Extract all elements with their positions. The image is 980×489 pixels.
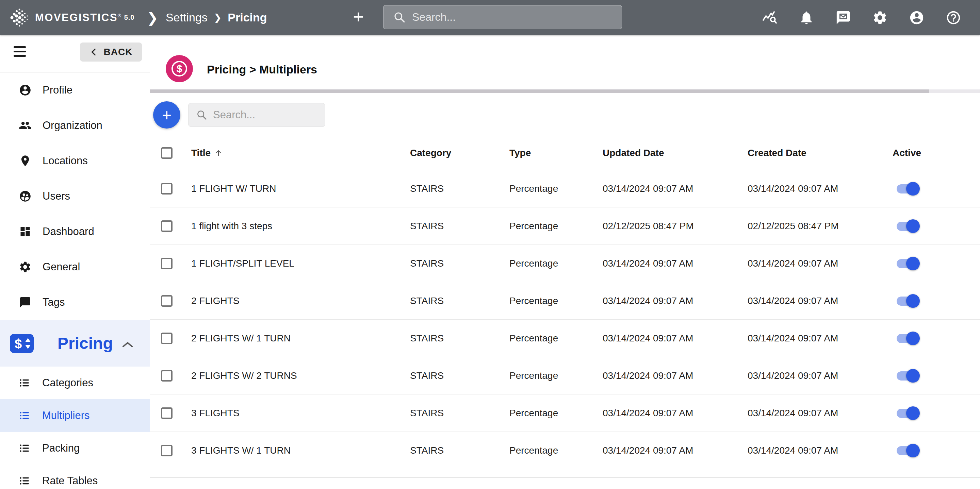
table-search-input[interactable]	[213, 109, 315, 121]
cell-category: STAIRS	[410, 258, 509, 269]
table-row[interactable]: 1 FLIGHT/SPLIT LEVEL STAIRS Percentage 0…	[150, 245, 980, 282]
cell-updated: 03/14/2024 09:07 AM	[603, 370, 748, 381]
cell-category: STAIRS	[410, 445, 509, 456]
table-footer-divider	[150, 469, 980, 478]
table-search[interactable]	[188, 103, 325, 127]
column-header-active[interactable]: Active	[892, 148, 980, 159]
general-gear-icon	[19, 260, 32, 273]
global-search-input[interactable]	[412, 11, 603, 24]
cell-category: STAIRS	[410, 221, 509, 232]
row-checkbox[interactable]	[161, 445, 172, 456]
active-toggle[interactable]	[897, 182, 924, 195]
sidebar-item-categories[interactable]: Categories	[0, 367, 150, 399]
app-logo[interactable]: MOVEGISTICS® 5.0	[8, 7, 134, 29]
row-checkbox[interactable]	[161, 333, 172, 344]
column-header-updated[interactable]: Updated Date	[603, 148, 748, 159]
global-search[interactable]	[383, 5, 622, 29]
page-header: $ Pricing > Multipliers	[150, 35, 980, 89]
row-checkbox[interactable]	[161, 370, 172, 381]
table-row[interactable]: 3 FLIGHTS W/ 1 TURN STAIRS Percentage 03…	[150, 432, 980, 469]
sidebar-item-multipliers[interactable]: Multipliers	[0, 399, 150, 432]
cell-created: 03/14/2024 09:07 AM	[748, 183, 892, 194]
sidebar-item-rate-tables[interactable]: Rate Tables	[0, 465, 150, 489]
settings-gear-icon[interactable]	[872, 10, 888, 26]
active-toggle[interactable]	[897, 369, 924, 383]
row-checkbox[interactable]	[161, 407, 172, 419]
quick-add-button[interactable]: +	[347, 5, 370, 29]
row-checkbox[interactable]	[161, 221, 172, 232]
breadcrumb-pricing[interactable]: Pricing	[228, 11, 267, 24]
row-checkbox[interactable]	[161, 183, 172, 195]
movegistics-globe-icon	[8, 7, 30, 29]
cell-type: Percentage	[509, 370, 603, 381]
cell-updated: 03/14/2024 09:07 AM	[603, 258, 748, 269]
column-header-category[interactable]: Category	[410, 148, 509, 159]
users-icon	[19, 190, 32, 203]
horizontal-scrollbar-thumb[interactable]	[150, 89, 929, 93]
breadcrumb-settings[interactable]: Settings	[166, 11, 208, 24]
sidebar-item-organization[interactable]: Organization	[0, 108, 150, 143]
account-circle-icon[interactable]	[908, 10, 925, 26]
cell-category: STAIRS	[410, 370, 509, 381]
select-all-checkbox[interactable]	[161, 147, 172, 159]
sidebar-item-label: Profile	[43, 84, 73, 96]
column-header-title[interactable]: Title	[191, 148, 211, 159]
sidebar-section-pricing[interactable]: $ Pricing	[0, 320, 150, 367]
cell-updated: 03/14/2024 09:07 AM	[603, 333, 748, 344]
cell-title: 2 FLIGHTS W/ 2 TURNS	[191, 370, 410, 381]
active-toggle[interactable]	[897, 332, 924, 345]
cell-title: 3 FLIGHTS W/ 1 TURN	[191, 445, 410, 456]
back-button[interactable]: BACK	[80, 43, 142, 62]
sidebar-item-packing[interactable]: Packing	[0, 432, 150, 465]
table-row[interactable]: 2 FLIGHTS W/ 1 TURN STAIRS Percentage 03…	[150, 320, 980, 357]
cell-created: 03/14/2024 09:07 AM	[748, 370, 892, 381]
pricing-icon: $	[10, 334, 34, 353]
breadcrumb-separator-icon: ❯	[214, 12, 221, 23]
cell-created: 03/14/2024 09:07 AM	[748, 445, 892, 456]
back-button-label: BACK	[104, 47, 133, 57]
active-toggle[interactable]	[897, 406, 924, 420]
active-toggle[interactable]	[897, 219, 924, 233]
active-toggle[interactable]	[897, 257, 924, 270]
tags-icon	[19, 296, 32, 309]
sidebar-item-dashboard[interactable]: Dashboard	[0, 214, 150, 249]
page-title: Pricing > Multipliers	[207, 63, 317, 76]
cell-type: Percentage	[509, 183, 603, 194]
column-header-type[interactable]: Type	[509, 148, 603, 159]
table-row[interactable]: 2 FLIGHTS W/ 2 TURNS STAIRS Percentage 0…	[150, 357, 980, 394]
cell-category: STAIRS	[410, 183, 509, 194]
active-toggle[interactable]	[897, 294, 924, 308]
sidebar-item-label: Multipliers	[42, 410, 90, 422]
sidebar-item-locations[interactable]: Locations	[0, 143, 150, 179]
table-row[interactable]: 1 FLIGHT W/ TURN STAIRS Percentage 03/14…	[150, 170, 980, 208]
sidebar-item-tags[interactable]: Tags	[0, 285, 150, 320]
column-header-created[interactable]: Created Date	[748, 148, 892, 159]
cell-type: Percentage	[509, 221, 603, 232]
notifications-bell-icon[interactable]	[798, 10, 815, 26]
sidebar-item-label: Tags	[43, 296, 65, 308]
row-checkbox[interactable]	[161, 295, 172, 307]
row-checkbox[interactable]	[161, 258, 172, 269]
query-stats-icon[interactable]	[762, 10, 778, 26]
table-row[interactable]: 1 flight with 3 steps STAIRS Percentage …	[150, 208, 980, 245]
cell-type: Percentage	[509, 258, 603, 269]
sort-ascending-icon[interactable]	[214, 149, 223, 157]
cell-updated: 03/14/2024 09:07 AM	[603, 408, 748, 419]
menu-hamburger-icon[interactable]	[14, 46, 26, 59]
add-multiplier-button[interactable]: +	[153, 102, 180, 129]
chat-message-icon[interactable]	[835, 10, 851, 26]
sidebar-item-users[interactable]: Users	[0, 179, 150, 214]
brand-name: MOVEGISTICS®	[35, 11, 122, 24]
cell-category: STAIRS	[410, 333, 509, 344]
table-row[interactable]: 3 FLIGHTS STAIRS Percentage 03/14/2024 0…	[150, 394, 980, 432]
list-icon	[19, 377, 30, 389]
profile-icon	[19, 84, 32, 97]
horizontal-scrollbar[interactable]	[150, 89, 980, 93]
sidebar-item-label: Packing	[42, 442, 80, 454]
help-circle-icon[interactable]	[945, 10, 962, 26]
table-row[interactable]: 2 FLIGHTS STAIRS Percentage 03/14/2024 0…	[150, 282, 980, 320]
active-toggle[interactable]	[897, 444, 924, 457]
sidebar-item-profile[interactable]: Profile	[0, 72, 150, 108]
cell-title: 2 FLIGHTS	[191, 295, 410, 306]
sidebar-item-general[interactable]: General	[0, 249, 150, 285]
